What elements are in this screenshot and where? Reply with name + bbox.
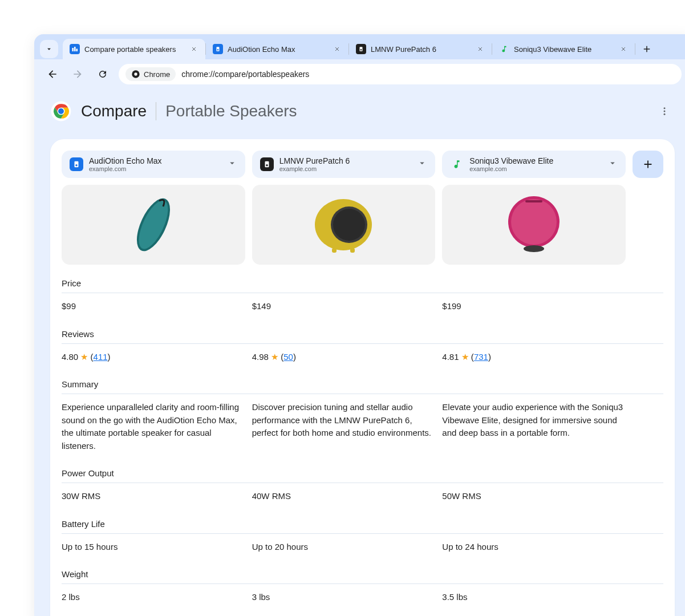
chevron-down-icon xyxy=(417,158,427,168)
tab-label: Compare portable speakers xyxy=(84,45,185,54)
plus-icon xyxy=(642,158,654,171)
product-image-1 xyxy=(62,185,245,265)
more-options-button[interactable] xyxy=(654,101,675,121)
power-value: 40W RMS xyxy=(252,490,436,503)
new-tab-button[interactable] xyxy=(638,40,656,58)
battery-value: Up to 20 hours xyxy=(252,541,436,554)
page-header: Compare Portable Speakers xyxy=(50,100,675,122)
section-label: Weight xyxy=(62,569,663,584)
review-count-link[interactable]: 731 xyxy=(474,352,488,362)
close-icon xyxy=(477,46,484,52)
product-domain: example.com xyxy=(279,165,412,172)
tab-close-button[interactable] xyxy=(619,44,628,54)
svg-point-6 xyxy=(360,49,362,51)
speaker-icon xyxy=(356,44,366,54)
weight-value: 3 lbs xyxy=(252,591,436,604)
weight-value: 3.5 lbs xyxy=(442,591,626,604)
plus-icon xyxy=(642,44,652,54)
tab-close-button[interactable] xyxy=(333,44,342,54)
weight-value: 2 lbs xyxy=(62,591,245,604)
product-meta: AudiOtion Echo Max example.com xyxy=(89,156,221,172)
review-cell: 4.98 ★ (50) xyxy=(252,351,436,364)
svg-rect-1 xyxy=(74,47,76,51)
product-card-1[interactable]: AudiOtion Echo Max example.com xyxy=(62,151,245,178)
tab-search-button[interactable] xyxy=(40,40,58,58)
site-badge: Chrome xyxy=(125,67,176,81)
svg-point-27 xyxy=(511,199,557,245)
browser-window: Compare portable speakers AudiOtion Echo… xyxy=(34,34,685,616)
reload-button[interactable] xyxy=(94,65,112,83)
svg-point-29 xyxy=(524,245,544,252)
svg-point-13 xyxy=(664,111,666,112)
svg-point-11 xyxy=(58,108,64,114)
product-meta: LMNW PurePatch 6 example.com xyxy=(279,156,412,172)
close-icon xyxy=(620,46,627,52)
product-image-3 xyxy=(442,185,626,265)
product-image-row xyxy=(62,185,663,265)
price-value: $149 xyxy=(252,300,436,313)
tab-label: Soniqu3 Vibewave Elite xyxy=(514,45,614,54)
url-text: chrome://compare/portablespeakers xyxy=(181,70,309,79)
section-label: Battery Life xyxy=(62,519,663,534)
product-card-2[interactable]: LMNW PurePatch 6 example.com xyxy=(252,151,436,178)
battery-value: Up to 15 hours xyxy=(62,541,245,554)
forward-button[interactable] xyxy=(68,65,87,83)
speaker-icon xyxy=(213,44,223,54)
speaker-icon xyxy=(70,157,83,171)
section-label: Price xyxy=(62,278,663,293)
tab-close-button[interactable] xyxy=(476,44,485,54)
price-value: $199 xyxy=(442,300,626,313)
tab-product-3[interactable]: Soniqu3 Vibewave Elite xyxy=(492,39,635,59)
product-domain: example.com xyxy=(89,165,221,172)
title-separator xyxy=(156,102,156,120)
battery-value: Up to 24 hours xyxy=(442,541,626,554)
section-summary: Summary Experience unparalleled clarity … xyxy=(62,379,663,452)
music-icon xyxy=(450,157,464,171)
product-card-3[interactable]: Soniqu3 Vibewave Elite example.com xyxy=(442,151,626,178)
review-cell: 4.81 ★ (731) xyxy=(442,351,626,364)
svg-point-18 xyxy=(266,164,268,167)
price-value: $99 xyxy=(62,300,245,313)
speaker-icon xyxy=(260,157,274,171)
compare-card: AudiOtion Echo Max example.com LMNW Pure… xyxy=(50,139,675,616)
product-domain: example.com xyxy=(469,165,602,172)
arrow-right-icon xyxy=(72,68,83,80)
review-count-link[interactable]: 411 xyxy=(94,352,108,362)
tab-strip: Compare portable speakers AudiOtion Echo… xyxy=(34,34,685,59)
section-label: Power Output xyxy=(62,468,663,483)
tab-compare[interactable]: Compare portable speakers xyxy=(63,39,205,59)
expand-button[interactable] xyxy=(417,158,427,171)
arrow-left-icon xyxy=(47,68,58,80)
product-name: AudiOtion Echo Max xyxy=(89,156,221,165)
page-title: Compare xyxy=(81,102,147,120)
tab-close-button[interactable] xyxy=(189,44,198,54)
back-button[interactable] xyxy=(43,65,62,83)
toolbar: Chrome chrome://compare/portablespeakers xyxy=(34,59,685,89)
add-product-button[interactable] xyxy=(633,151,663,178)
section-battery: Battery Life Up to 15 hours Up to 20 hou… xyxy=(62,519,663,554)
svg-point-4 xyxy=(217,49,219,51)
page-content: Compare Portable Speakers AudiOtion Echo… xyxy=(34,89,685,616)
section-power: Power Output 30W RMS 40W RMS 50W RMS xyxy=(62,468,663,503)
summary-text: Experience unparalleled clarity and room… xyxy=(62,401,245,452)
music-icon xyxy=(499,44,509,54)
tab-product-1[interactable]: AudiOtion Echo Max xyxy=(206,39,348,59)
close-icon xyxy=(334,46,341,52)
svg-rect-28 xyxy=(525,200,542,202)
svg-rect-0 xyxy=(72,48,74,51)
svg-point-12 xyxy=(664,107,666,109)
svg-rect-24 xyxy=(332,248,337,253)
section-weight: Weight 2 lbs 3 lbs 3.5 lbs xyxy=(62,569,663,604)
section-price: Price $99 $149 $199 xyxy=(62,278,663,313)
svg-rect-2 xyxy=(76,49,78,52)
tab-product-2[interactable]: LMNW PurePatch 6 xyxy=(349,39,492,59)
expand-button[interactable] xyxy=(227,158,237,171)
section-label: Reviews xyxy=(62,329,663,344)
star-icon: ★ xyxy=(80,352,88,362)
product-image-2 xyxy=(252,185,436,265)
review-count-link[interactable]: 50 xyxy=(283,352,293,362)
svg-point-16 xyxy=(75,164,78,167)
chrome-logo-icon xyxy=(50,100,72,122)
expand-button[interactable] xyxy=(607,158,618,171)
address-bar[interactable]: Chrome chrome://compare/portablespeakers xyxy=(119,64,682,84)
